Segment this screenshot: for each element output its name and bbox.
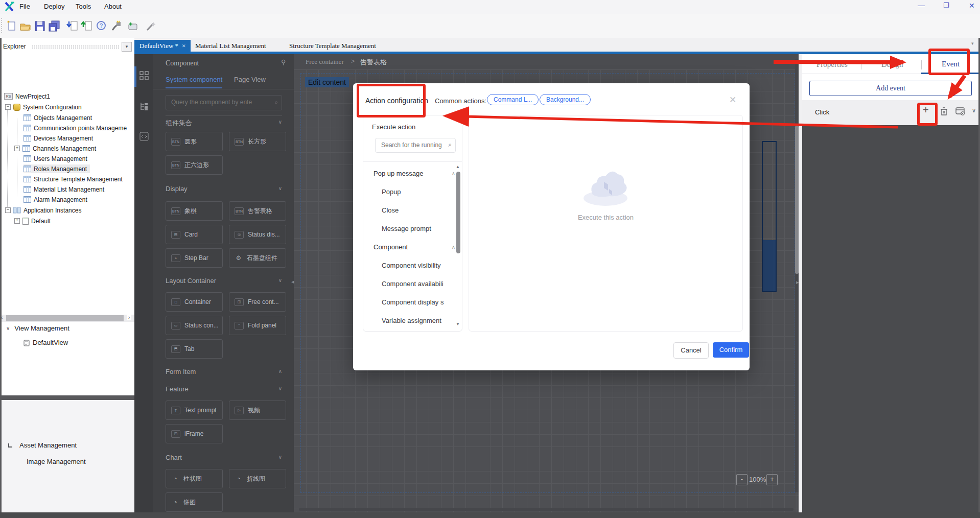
new-file-icon[interactable] <box>6 20 18 32</box>
component-card-rectangle[interactable]: BTN长方形 <box>229 132 286 151</box>
tree-item-material-list[interactable]: Material List Management <box>24 185 104 194</box>
action-group-popup-message[interactable]: Pop up message∧ <box>374 170 455 177</box>
action-item-component-display[interactable]: Component display s <box>382 298 453 306</box>
scroll-right-icon[interactable]: › <box>127 315 131 320</box>
tree-item-system-configuration[interactable]: −System Configuration <box>5 103 82 111</box>
card-settings-icon[interactable] <box>955 107 965 115</box>
action-item-component-availability[interactable]: Component availabili <box>382 280 453 288</box>
code-icon[interactable] <box>139 132 149 141</box>
tree-item-structure-template[interactable]: Structure Template Management <box>24 175 123 183</box>
selected-component-rect[interactable] <box>762 141 777 292</box>
section-feature[interactable]: Feature∨ <box>166 385 283 393</box>
canvas-hscrollbar[interactable] <box>299 508 794 511</box>
menu-deploy[interactable]: Deploy <box>44 3 64 10</box>
explorer-dropdown-button[interactable]: ▾ <box>122 42 132 52</box>
menu-about[interactable]: About <box>104 3 122 10</box>
edit-content-chip[interactable]: Edit content <box>305 77 349 87</box>
add-event-button[interactable]: Add event <box>809 81 972 96</box>
tab-design[interactable]: Design <box>881 60 903 69</box>
action-item-popup[interactable]: Popup <box>382 188 453 196</box>
tab-close-icon[interactable]: × <box>182 42 185 50</box>
action-search[interactable]: ⌕ <box>375 138 456 153</box>
collapse-right-handle[interactable]: ▸ <box>796 279 799 286</box>
tree-item-objects[interactable]: Objects Management <box>24 113 92 122</box>
close-button[interactable]: ✕ <box>969 2 975 10</box>
component-card-step-bar[interactable]: »Step Bar <box>166 248 223 268</box>
minimize-button[interactable]: — <box>918 1 925 9</box>
section-chart[interactable]: Chart∨ <box>166 454 283 461</box>
component-search[interactable]: ⌕ <box>166 95 282 110</box>
tree-item-devices[interactable]: Devices Management <box>24 134 93 143</box>
menu-file[interactable]: File <box>19 3 30 10</box>
component-card-circle[interactable]: BTN圆形 <box>166 132 223 151</box>
section-form-item[interactable]: Form Item∧ <box>166 368 283 375</box>
component-card-hexagon[interactable]: BTN正六边形 <box>166 155 223 175</box>
zoom-out-button[interactable]: - <box>736 474 748 485</box>
common-action-background[interactable]: Background... <box>540 94 591 105</box>
breadcrumb-current[interactable]: 告警表格 <box>360 58 387 67</box>
component-card-iframe[interactable]: ◳iFrame <box>166 424 223 443</box>
scroll-thumb[interactable] <box>795 126 799 274</box>
tab-properties[interactable]: Properties <box>816 60 848 69</box>
scroll-down-icon[interactable]: ▼ <box>456 322 460 326</box>
component-search-input[interactable] <box>170 98 269 106</box>
menu-tools[interactable]: Tools <box>76 3 91 10</box>
action-search-input[interactable] <box>380 141 444 149</box>
component-card-pie-chart[interactable]: ◔饼图 <box>166 492 223 512</box>
action-item-message-prompt[interactable]: Message prompt <box>382 225 453 232</box>
save-icon[interactable] <box>34 20 46 32</box>
tree-item-defaultview[interactable]: DefaultView <box>24 338 68 347</box>
add-card-icon[interactable] <box>127 20 139 32</box>
tree-item-communication-points[interactable]: Communication points Manageme <box>24 124 132 132</box>
breadcrumb-parent[interactable]: Free container <box>306 58 344 66</box>
tree-item-image-management[interactable]: Image Management <box>27 457 86 466</box>
tree-item-project[interactable]: RSNewProject1 <box>4 92 50 101</box>
tree-item-alarm[interactable]: Alarm Management <box>24 195 87 204</box>
component-card-line-chart[interactable]: ◔折线图 <box>229 469 286 488</box>
tree-item-application-instances[interactable]: − Application Instances <box>5 206 81 215</box>
expand-icon[interactable]: + <box>14 146 20 151</box>
collapse-icon[interactable]: − <box>5 207 11 213</box>
dialog-close-icon[interactable]: ✕ <box>729 95 736 105</box>
export-icon[interactable] <box>81 20 93 32</box>
collapse-left-handle[interactable]: ◂ <box>291 278 294 285</box>
delete-icon[interactable] <box>940 107 948 116</box>
tree-item-users[interactable]: Users Management <box>24 154 87 163</box>
tree-item-roles[interactable]: Roles Management <box>24 164 90 173</box>
save-all-icon[interactable] <box>48 20 60 32</box>
canvas-vscrollbar[interactable] <box>795 59 799 492</box>
component-card-free-container[interactable]: ◫Free cont... <box>229 292 286 312</box>
component-card-status-display[interactable]: ◎Status dis... <box>229 225 286 244</box>
panel-splitter[interactable] <box>0 395 134 400</box>
tab-system-component[interactable]: System component <box>166 76 222 88</box>
scroll-up-icon[interactable]: ▲ <box>456 164 460 169</box>
component-card-alarm-table[interactable]: BTN告警表格 <box>229 201 286 221</box>
component-card-container[interactable]: □Container <box>166 292 223 312</box>
asset-management-header[interactable]: Asset Management <box>8 441 77 450</box>
action-item-component-visibility[interactable]: Component visibility <box>382 262 453 269</box>
connect-device-icon[interactable] <box>109 20 122 32</box>
tree-item-default[interactable]: +Default <box>14 217 51 225</box>
view-management-header[interactable]: ∨View Management <box>6 324 69 333</box>
collapse-chevron-icon[interactable]: ∨ <box>972 107 976 114</box>
scroll-thumb[interactable] <box>6 315 124 321</box>
confirm-button[interactable]: Confirm <box>713 342 749 358</box>
action-group-component[interactable]: Component∧ <box>374 243 455 251</box>
component-card-chess[interactable]: BTN象棋 <box>166 201 223 221</box>
pin-icon[interactable]: ⚲ <box>281 58 286 66</box>
component-card-text-prompt[interactable]: TText prompt <box>166 401 223 420</box>
explorer-hscrollbar[interactable]: ‹ › <box>0 315 134 322</box>
tab-page-view[interactable]: Page View <box>234 76 266 83</box>
tab-defaultview[interactable]: DefaultView *× <box>134 40 191 52</box>
component-card-status-container[interactable]: ▭Status con... <box>166 316 223 335</box>
action-item-close[interactable]: Close <box>382 206 453 214</box>
component-card-video[interactable]: ▷视频 <box>229 401 286 420</box>
section-display[interactable]: Display∨ <box>166 185 283 193</box>
collapse-icon[interactable]: − <box>5 104 11 110</box>
cancel-button[interactable]: Cancel <box>673 342 709 359</box>
common-action-command[interactable]: Command L... <box>487 94 539 105</box>
event-click-row[interactable]: Click + ∨ <box>802 100 980 126</box>
component-card-bar-chart[interactable]: ◔柱状图 <box>166 469 223 488</box>
help-icon[interactable]: ? <box>95 20 107 32</box>
component-card-tab[interactable]: ⬒Tab <box>166 339 223 359</box>
